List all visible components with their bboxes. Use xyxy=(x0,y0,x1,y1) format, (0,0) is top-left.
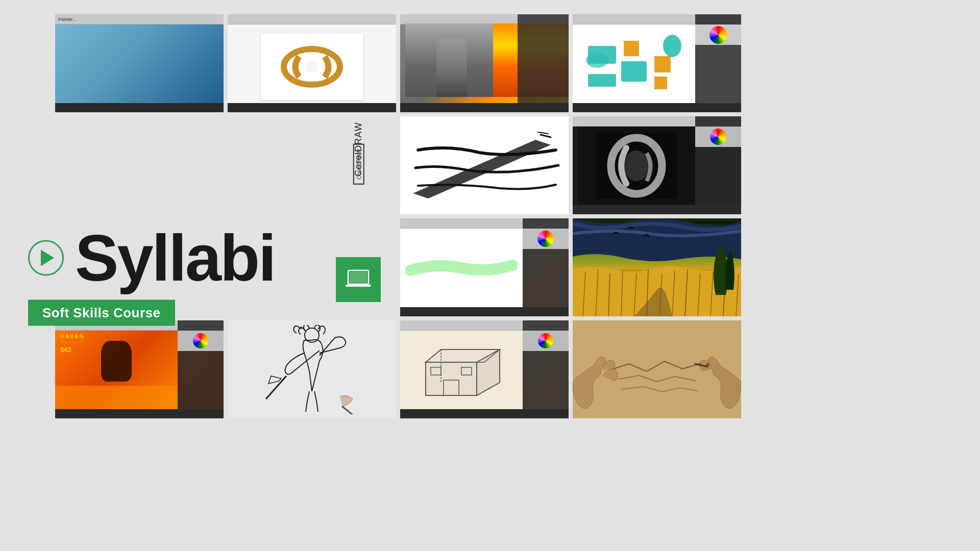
coreldraw-box-text: CorelDRAW xyxy=(353,144,364,185)
thumbnail-mono-photo[interactable] xyxy=(400,14,569,112)
coreldraw-watermark-area: CorelDRAW CorelDRAW xyxy=(342,120,375,199)
thumbnail-painter-ui[interactable]: Painter... Layers xyxy=(55,14,224,112)
thumbnail-3d-box[interactable] xyxy=(400,320,569,418)
subtitle-badge: Soft Skills Course xyxy=(28,300,175,326)
svg-rect-28 xyxy=(240,325,383,414)
thumbnail-character-sketch[interactable] xyxy=(228,320,396,418)
thumbnail-brush-strokes[interactable] xyxy=(400,116,569,214)
thumbnail-hands-sketch[interactable] xyxy=(573,320,741,418)
svg-rect-4 xyxy=(621,61,647,82)
thumbnail-poster[interactable]: HAVAN Revolut $42 xyxy=(55,320,224,418)
svg-rect-3 xyxy=(588,74,616,87)
main-title: Syllabi xyxy=(75,226,275,291)
thumbnail-sketch-white[interactable] xyxy=(228,14,396,112)
svg-rect-7 xyxy=(654,77,667,89)
hero-section: Syllabi Soft Skills Course xyxy=(28,226,350,326)
svg-rect-6 xyxy=(654,56,671,72)
page-layout: Painter... Layers xyxy=(0,0,980,551)
svg-rect-39 xyxy=(350,272,367,283)
svg-point-12 xyxy=(624,151,649,181)
svg-point-9 xyxy=(586,53,608,68)
svg-point-1 xyxy=(306,61,318,73)
laptop-icon-box[interactable] xyxy=(336,257,381,302)
laptop-icon xyxy=(346,269,371,290)
svg-rect-5 xyxy=(624,41,639,56)
play-icon xyxy=(41,250,54,266)
thumbnail-vangogh[interactable] xyxy=(573,218,741,316)
thumbnail-shapes[interactable] xyxy=(573,14,741,112)
thumbnail-dark-abstract[interactable] xyxy=(573,116,741,214)
svg-point-8 xyxy=(663,35,681,57)
play-button[interactable] xyxy=(28,240,64,276)
thumbnail-green-stroke[interactable] xyxy=(400,218,569,316)
